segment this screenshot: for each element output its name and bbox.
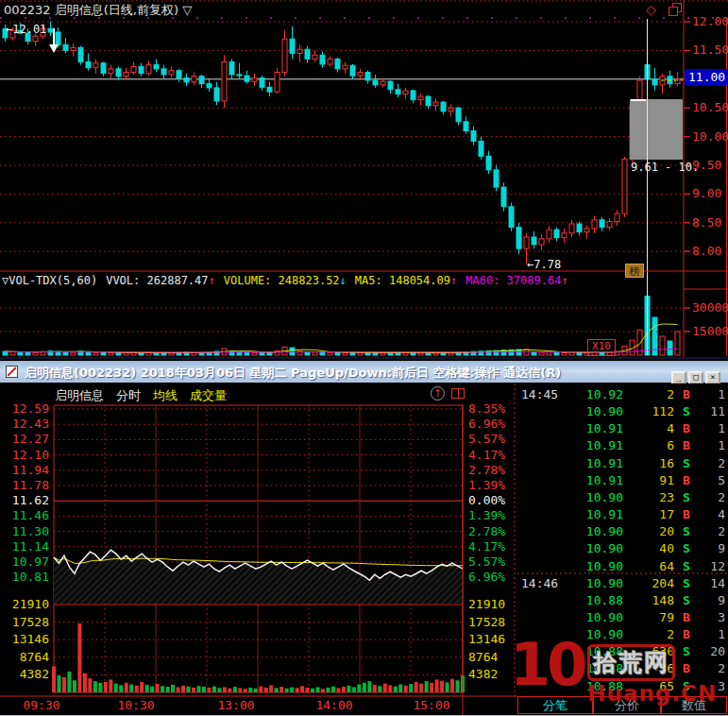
- daily-price-axis-label: 8.00: [692, 245, 721, 258]
- watermark-number: 10: [510, 631, 584, 699]
- maximize-button[interactable]: □: [688, 371, 703, 384]
- diamond-marker-icon[interactable]: ◇: [646, 2, 656, 17]
- close-button[interactable]: ×: [705, 371, 720, 384]
- intraday-stock-name: 启明信息: [55, 388, 104, 402]
- intraday-price-axis-label: 12.10: [0, 449, 49, 462]
- intraday-price-axis-label: 11.62: [0, 494, 49, 507]
- tick-side: S: [680, 403, 693, 420]
- tick-volume: 23: [629, 489, 674, 506]
- tick-time: 14:46: [521, 575, 558, 592]
- tick-price: 10.90: [578, 575, 623, 592]
- watermark-name: 拾荒网: [587, 644, 675, 681]
- trend-arrow-icon: ↓: [340, 274, 347, 287]
- tick-volume: 148: [629, 592, 674, 609]
- intraday-legend: 启明信息分时均线成交量: [55, 387, 239, 404]
- tick-side: S: [680, 592, 693, 609]
- tick-price: 10.91: [578, 472, 623, 489]
- gap-range-label: 9.61 - 10.: [631, 161, 699, 174]
- tick-row: 10.9116S2: [517, 455, 728, 472]
- intraday-volume-axis-label: 4382: [468, 668, 498, 681]
- tick-time: 14:45: [521, 386, 558, 403]
- indicator-segment: MA60: 37089.64↑: [466, 274, 567, 287]
- tick-price: 10.90: [578, 540, 623, 557]
- intraday-price-axis-label: 11.14: [0, 540, 49, 554]
- daily-price-axis-label: 11.50: [692, 43, 728, 57]
- tick-price: 10.90: [578, 609, 623, 626]
- minimize-button[interactable]: _: [671, 371, 686, 384]
- intraday-pct-axis-label: 1.39%: [468, 479, 505, 492]
- tick-row: 10.9023S2: [517, 489, 728, 506]
- legend-toggle[interactable]: 分时: [116, 388, 141, 402]
- intraday-pct-axis-label: 4.17%: [468, 449, 505, 462]
- daily-price-axis-label: 10.50: [692, 101, 728, 114]
- intraday-pct-axis-label: 0.00%: [468, 494, 505, 507]
- trend-arrow-icon: ↑: [561, 274, 567, 287]
- tick-row: 10.88148S9: [517, 592, 728, 609]
- trend-arrow-icon: ↑: [450, 274, 457, 287]
- intraday-volume-axis-label: 21910: [468, 598, 505, 611]
- layout-grid-icon[interactable]: [451, 388, 465, 399]
- tick-count: 12: [693, 558, 725, 575]
- tick-volume: 112: [629, 403, 674, 420]
- tick-price: 10.91: [578, 455, 623, 472]
- tick-side: B: [680, 472, 693, 489]
- tick-price: 10.91: [578, 420, 623, 437]
- daily-volume-axis-label: 30000: [692, 301, 728, 315]
- intraday-volume-axis-label: 17528: [0, 616, 49, 629]
- tick-row: 10.9191B5: [517, 472, 728, 489]
- intraday-pct-axis-label: 2.78%: [468, 464, 505, 477]
- legend-toggle[interactable]: 均线: [153, 388, 178, 402]
- tick-count: 3: [693, 609, 725, 626]
- tick-price: 10.90: [578, 403, 623, 420]
- tick-volume: 20: [629, 523, 674, 540]
- tick-side: S: [680, 455, 693, 472]
- high-price-label: ←12.01: [6, 23, 46, 36]
- arrow-up-circle-icon[interactable]: ↑: [431, 386, 445, 401]
- trend-arrow-icon: ↑: [209, 274, 215, 287]
- intraday-pct-axis-label: 1.39%: [468, 509, 505, 522]
- tick-row: 10.914B1: [517, 420, 728, 437]
- tick-volume: 40: [629, 540, 674, 557]
- intraday-volume-axis-label: 21910: [0, 598, 49, 611]
- window-icon[interactable]: [6, 366, 18, 378]
- tick-price: 10.90: [578, 558, 623, 575]
- tick-price: 10.91: [578, 506, 623, 523]
- intraday-pct-axis-label: 6.96%: [468, 418, 505, 431]
- tick-count: 1: [693, 420, 725, 437]
- intraday-volume-axis-label: 4382: [0, 668, 49, 681]
- indicator-segment: MA5: 148054.09↑: [355, 274, 457, 287]
- tick-side: B: [680, 626, 693, 643]
- window-titlebar[interactable]: 启明信息(002232) 2018年03月06日 星期二 PageUp/Down…: [0, 361, 728, 383]
- intraday-price-axis-label: 10.97: [0, 555, 49, 569]
- intraday-price-axis-label: 12.27: [0, 433, 49, 446]
- intraday-volume-axis-label: 8764: [0, 651, 49, 664]
- daily-volume-axis-label: 15000: [692, 325, 728, 338]
- legend-toggle[interactable]: 成交量: [190, 388, 227, 402]
- volume-indicator-row[interactable]: ▽VOL-TDX(5,60)VVOL: 262887.47↑VOLUME: 24…: [2, 274, 577, 287]
- tick-side: S: [680, 575, 693, 592]
- indicator-segment: ▽VOL-TDX(5,60): [2, 274, 97, 287]
- intraday-price-axis-label: 11.30: [0, 525, 49, 538]
- copy-icon[interactable]: [669, 7, 678, 16]
- intraday-pct-axis-label: 2.78%: [468, 525, 505, 538]
- tick-row: 10.9020S2: [517, 523, 728, 540]
- rank-badge[interactable]: 榜: [625, 264, 644, 278]
- tick-row: 10.9079B3: [517, 609, 728, 626]
- volume-multiplier-label: X10: [587, 339, 616, 356]
- tick-row: 10.90112S11: [517, 403, 728, 420]
- intraday-price-axis-label: 11.78: [0, 479, 49, 492]
- tick-side: S: [680, 489, 693, 506]
- daily-candlestick-chart[interactable]: [0, 0, 728, 357]
- intraday-price-axis-label: 12.59: [0, 402, 49, 416]
- tick-count: 4: [693, 506, 725, 523]
- daily-price-axis-label: 8.50: [692, 216, 721, 230]
- time-axis-label: 09:30: [21, 699, 62, 712]
- daily-price-axis-label: 12.00: [692, 15, 728, 28]
- tick-count: 11: [693, 403, 725, 420]
- tick-side: B: [680, 506, 693, 523]
- daily-chart-pane[interactable]: 002232 启明信息(日线,前复权) ▽ ←12.01 ←7.78 9.61 …: [0, 0, 728, 357]
- tick-volume: 64: [629, 558, 674, 575]
- daily-chart-title: 002232 启明信息(日线,前复权) ▽: [4, 2, 192, 19]
- intraday-price-axis-label: 10.81: [0, 571, 49, 584]
- tick-price: 10.91: [578, 437, 623, 454]
